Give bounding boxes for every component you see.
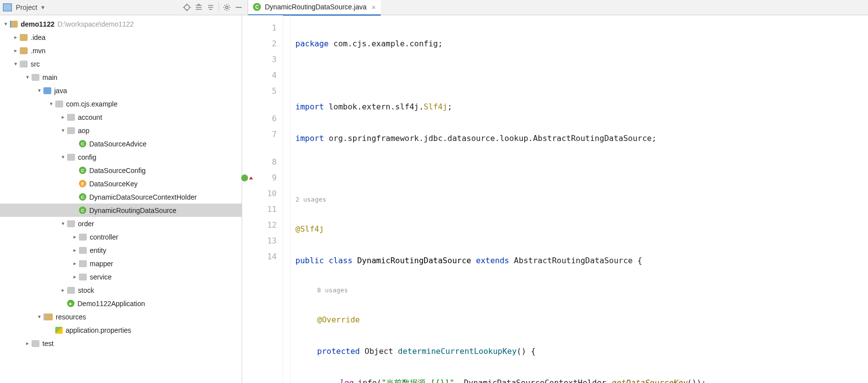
package-icon — [67, 220, 75, 227]
chevron-right-icon[interactable]: ▸ — [71, 274, 79, 280]
hide-panel-icon[interactable] — [233, 2, 244, 13]
chevron-right-icon[interactable]: ▸ — [12, 34, 20, 40]
tree-item-account[interactable]: ▸ account — [0, 110, 242, 124]
tree-item-entity[interactable]: ▸ entity — [0, 244, 242, 257]
collapse-all-icon[interactable] — [205, 2, 216, 13]
chevron-right-icon[interactable]: ▸ — [59, 287, 67, 293]
tree-item-resources[interactable]: ▾ resources — [0, 310, 242, 323]
line-number: 9 — [242, 170, 277, 186]
tree-item-mapper[interactable]: ▸ mapper — [0, 257, 242, 270]
code-line[interactable]: log.info("当前数据源 [{}]", DynamicDataSource… — [295, 375, 868, 383]
code-line[interactable] — [295, 162, 868, 178]
chevron-right-icon[interactable]: ▸ — [71, 260, 79, 267]
editor-tab-active[interactable]: C DynamicRoutingDataSource.java × — [248, 0, 381, 16]
folder-icon — [32, 74, 39, 81]
tree-item-idea[interactable]: ▸ .idea — [0, 31, 242, 44]
project-view-dropdown-icon[interactable]: ▼ — [40, 4, 46, 10]
project-tree[interactable]: ▾ demo1122 D:\workspace\demo1122 ▸ .idea… — [0, 15, 242, 383]
tree-item-package[interactable]: ▾ com.cjs.example — [0, 97, 242, 110]
gear-icon[interactable] — [221, 2, 232, 13]
chevron-right-icon[interactable]: ▸ — [59, 114, 67, 120]
chevron-down-icon[interactable]: ▾ — [2, 21, 10, 27]
chevron-down-icon[interactable]: ▾ — [59, 127, 67, 134]
locate-icon[interactable] — [181, 2, 192, 13]
tree-item-test[interactable]: ▸ test — [0, 337, 242, 350]
package-icon — [67, 154, 75, 161]
tree-label: mapper — [90, 260, 113, 268]
chevron-down-icon[interactable]: ▾ — [59, 220, 67, 227]
fold-column[interactable] — [283, 15, 290, 383]
chevron-down-icon[interactable]: ▾ — [47, 101, 55, 107]
source-folder-icon — [43, 87, 51, 94]
spring-run-icon: ▸ — [67, 300, 74, 307]
tree-item-aop[interactable]: ▾ aop — [0, 124, 242, 137]
properties-file-icon — [55, 327, 63, 334]
code-line[interactable]: @Override — [295, 312, 868, 328]
tree-item-java[interactable]: ▾ java — [0, 84, 242, 97]
tree-label: entity — [90, 246, 106, 254]
tree-label: DataSourceKey — [89, 180, 138, 188]
chevron-down-icon[interactable]: ▾ — [36, 313, 43, 320]
code-line[interactable]: package com.cjs.example.config; — [295, 36, 868, 52]
usages-hint[interactable]: 2 usages — [295, 194, 868, 206]
chevron-down-icon[interactable]: ▾ — [36, 87, 43, 94]
package-icon — [67, 114, 75, 121]
code-line[interactable]: import org.springframework.jdbc.datasour… — [295, 131, 868, 146]
tree-item-datasourceconfig[interactable]: C DataSourceConfig — [0, 164, 242, 177]
chevron-down-icon[interactable]: ▾ — [12, 61, 20, 67]
tree-label: .mvn — [31, 47, 45, 55]
line-number: 6 — [242, 111, 277, 127]
code-line[interactable] — [295, 68, 868, 83]
expand-all-icon[interactable] — [193, 2, 204, 13]
top-toolbar: Project ▼ C DynamicRoutingDataSource.j — [0, 0, 868, 15]
project-view-label[interactable]: Project — [16, 3, 37, 11]
chevron-right-icon[interactable]: ▸ — [71, 247, 79, 253]
java-class-icon: C — [79, 193, 86, 201]
package-icon — [79, 234, 87, 241]
chevron-down-icon[interactable]: ▾ — [59, 154, 67, 160]
folder-icon — [32, 340, 39, 347]
code-line[interactable]: protected Object determineCurrentLookupK… — [295, 344, 868, 359]
line-number: 13 — [242, 233, 277, 249]
tree-label: main — [42, 73, 57, 81]
gutter-spacer — [242, 99, 277, 111]
usages-hint[interactable]: 8 usages — [295, 284, 868, 296]
package-icon — [79, 247, 87, 254]
tree-item-appprops[interactable]: application.properties — [0, 323, 242, 337]
tree-item-main[interactable]: ▾ main — [0, 70, 242, 84]
tree-item-service[interactable]: ▸ service — [0, 270, 242, 283]
tree-root[interactable]: ▾ demo1122 D:\workspace\demo1122 — [0, 17, 242, 31]
tree-item-dynrouting-selected[interactable]: C DynamicRoutingDataSource — [0, 204, 242, 217]
tree-label: com.cjs.example — [66, 100, 117, 108]
chevron-right-icon[interactable]: ▸ — [24, 340, 32, 347]
tree-label: DataSourceConfig — [89, 167, 145, 174]
chevron-right-icon[interactable]: ▸ — [71, 234, 79, 240]
code-editor[interactable]: 1 2 3 4 5 6 7 8 9 10 11 12 13 14 package… — [242, 15, 868, 383]
package-icon — [67, 287, 75, 294]
folder-icon — [20, 61, 28, 68]
tree-item-config[interactable]: ▾ config — [0, 150, 242, 164]
tree-item-datasourceadvice[interactable]: C DataSourceAdvice — [0, 137, 242, 150]
chevron-right-icon[interactable]: ▸ — [12, 47, 20, 54]
chevron-down-icon[interactable]: ▾ — [24, 74, 32, 80]
tree-item-stock[interactable]: ▸ stock — [0, 283, 242, 297]
resources-folder-icon — [43, 313, 53, 320]
close-tab-icon[interactable]: × — [371, 3, 376, 11]
line-number: 2 — [242, 36, 277, 52]
tree-item-mvn[interactable]: ▸ .mvn — [0, 44, 242, 57]
tree-label: DynamicRoutingDataSource — [89, 207, 177, 214]
editor-tab-filename: DynamicRoutingDataSource.java — [265, 3, 366, 11]
package-icon — [79, 260, 87, 267]
tree-item-src[interactable]: ▾ src — [0, 57, 242, 70]
code-line[interactable]: public class DynamicRoutingDataSource ex… — [295, 253, 868, 269]
tree-item-controller[interactable]: ▸ controller — [0, 230, 242, 244]
override-gutter-icon[interactable] — [241, 174, 248, 181]
tree-item-order[interactable]: ▾ order — [0, 217, 242, 230]
code-area[interactable]: package com.cjs.example.config; import l… — [290, 15, 868, 383]
code-line[interactable]: import lombok.extern.slf4j.Slf4j; — [295, 99, 868, 115]
folder-icon — [20, 34, 28, 41]
code-line[interactable]: @Slf4j — [295, 221, 868, 237]
tree-item-dynctxholder[interactable]: C DynamicDataSourceContextHolder — [0, 190, 242, 204]
tree-item-demoapp[interactable]: ▸ Demo1122Application — [0, 297, 242, 310]
tree-item-datasourcekey[interactable]: E DataSourceKey — [0, 177, 242, 190]
